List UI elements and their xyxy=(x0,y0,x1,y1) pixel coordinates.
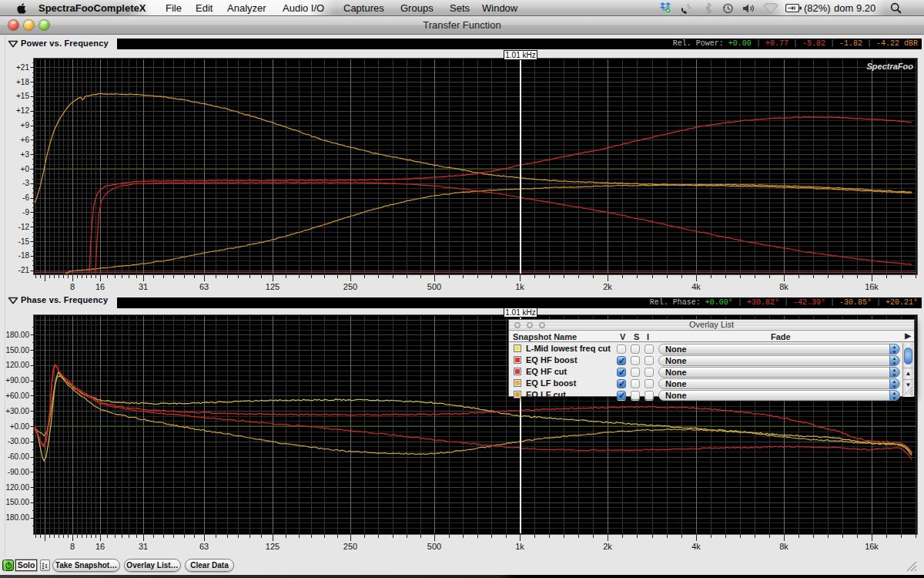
svg-text:-30.00: -30.00 xyxy=(8,437,30,445)
svg-text:8: 8 xyxy=(70,542,75,551)
svg-text:-60.00: -60.00 xyxy=(8,452,30,461)
svg-text:16k: 16k xyxy=(865,542,879,551)
svg-text:8k: 8k xyxy=(779,542,788,551)
svg-text:120.00: 120.00 xyxy=(5,483,29,492)
svg-text:16: 16 xyxy=(95,542,105,551)
svg-text:150.00: 150.00 xyxy=(5,346,29,355)
svg-text:+0.00: +0.00 xyxy=(10,422,30,431)
svg-text:500: 500 xyxy=(427,542,441,551)
svg-text:120.00: 120.00 xyxy=(5,361,29,369)
svg-text:180.00: 180.00 xyxy=(5,513,29,522)
svg-text:31: 31 xyxy=(139,542,148,551)
svg-text:150.00: 150.00 xyxy=(5,498,29,506)
svg-text:63: 63 xyxy=(199,542,209,551)
svg-text:+60.00: +60.00 xyxy=(5,391,29,400)
svg-text:125: 125 xyxy=(266,542,280,551)
svg-text:1k: 1k xyxy=(515,542,524,551)
svg-text:-90.00: -90.00 xyxy=(8,468,30,476)
svg-text:250: 250 xyxy=(343,542,357,551)
svg-text:+90.00: +90.00 xyxy=(5,376,29,385)
svg-text:4k: 4k xyxy=(691,542,701,551)
svg-text:+30.00: +30.00 xyxy=(5,407,29,415)
svg-text:2k: 2k xyxy=(603,542,612,551)
svg-text:180.00: 180.00 xyxy=(5,331,29,339)
